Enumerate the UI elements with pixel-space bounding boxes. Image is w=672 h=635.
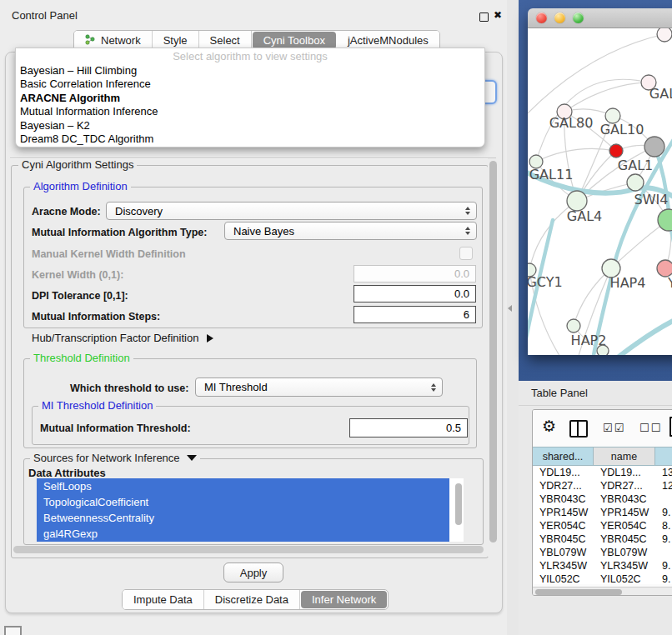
columns-icon[interactable] bbox=[569, 420, 588, 438]
attribute-item[interactable]: gal4RGexp bbox=[37, 526, 449, 542]
table-row[interactable]: YBR043CYBR043C bbox=[533, 492, 672, 506]
mi-threshold-input[interactable]: 0.5 bbox=[349, 418, 468, 438]
stepper-arrows-icon bbox=[465, 227, 470, 235]
column-header[interactable]: name bbox=[594, 447, 655, 466]
settings-vertical-scrollbar[interactable] bbox=[488, 158, 499, 557]
network-window-titlebar[interactable] bbox=[528, 8, 672, 28]
network-view-window[interactable]: GALGAL80GAL10GAL11GAL1SWI4GAL4GCY1HAP4YH… bbox=[528, 8, 672, 354]
network-node-label: Y bbox=[667, 275, 672, 291]
table-cell: 12 bbox=[655, 479, 672, 492]
attribute-item[interactable]: BetweennessCentrality bbox=[37, 510, 449, 526]
tab-infer-network[interactable]: Infer Network bbox=[301, 591, 387, 608]
close-traffic-light-icon[interactable] bbox=[536, 12, 547, 23]
algorithm-definition-title: Algorithm Definition bbox=[30, 181, 131, 192]
table-row[interactable]: YIL052CYIL052C9. bbox=[533, 572, 672, 584]
table-cell: 9. bbox=[655, 572, 672, 584]
mi-threshold-definition-title: MI Threshold Definition bbox=[38, 400, 156, 412]
network-node-green-node[interactable] bbox=[658, 209, 672, 231]
table-cell: YER054C bbox=[594, 519, 655, 532]
dpi-tolerance-input[interactable]: 0.0 bbox=[354, 285, 476, 302]
table-panel-title: Table Panel bbox=[531, 387, 588, 399]
network-node-label: GAL11 bbox=[529, 167, 574, 182]
algorithm-option[interactable]: Bayesian – K2 bbox=[16, 119, 484, 132]
table-cell: YBR045C bbox=[533, 532, 594, 546]
table-cell: YBR043C bbox=[533, 492, 594, 506]
network-node-gray-node[interactable] bbox=[644, 137, 664, 157]
control-panel-window: Control Panel ✖ Network Style Select Cyn… bbox=[0, 0, 507, 620]
hub-definition-toggle[interactable]: Hub/Transcription Factor Definition bbox=[32, 332, 213, 344]
tab-discretize-data[interactable]: Discretize Data bbox=[204, 590, 300, 609]
table-row[interactable]: YBL079WYBL079W bbox=[533, 546, 672, 559]
column-header[interactable]: A bbox=[655, 447, 672, 466]
kernel-width-input[interactable]: 0.0 bbox=[354, 265, 476, 282]
zoom-traffic-light-icon[interactable] bbox=[573, 12, 584, 23]
minimize-traffic-light-icon[interactable] bbox=[554, 12, 565, 23]
apply-button[interactable]: Apply bbox=[223, 562, 283, 582]
network-node-label: GAL80 bbox=[549, 115, 594, 131]
network-node-y-node[interactable] bbox=[657, 260, 672, 277]
algorithm-option[interactable]: Mutual Information Inference bbox=[16, 105, 484, 118]
algorithm-option[interactable]: Bayesian – Hill Climbing bbox=[16, 64, 484, 78]
network-node-label: GCY1 bbox=[528, 274, 563, 290]
network-node-gal1[interactable] bbox=[627, 174, 644, 191]
table-cell: 8. bbox=[655, 519, 672, 532]
algorithm-option[interactable]: Dream8 DC_TDC Algorithm bbox=[16, 132, 484, 146]
table-row[interactable]: YER054CYER054C8. bbox=[533, 519, 672, 532]
table-row[interactable]: YLR345WYLR345W9. bbox=[533, 559, 672, 572]
table-row[interactable]: YBR045CYBR045C9. bbox=[533, 532, 672, 546]
network-node-red-node[interactable] bbox=[609, 144, 623, 158]
gear-icon[interactable]: ⚙ bbox=[542, 417, 556, 435]
network-node-label: GAL bbox=[649, 86, 672, 102]
attribute-item[interactable]: SelfLoops bbox=[37, 478, 449, 494]
network-edge-thick[interactable] bbox=[614, 313, 672, 355]
network-node-node-bottom-partial[interactable] bbox=[597, 345, 609, 355]
table-cell bbox=[655, 492, 672, 506]
manual-kernel-width-checkbox[interactable] bbox=[459, 247, 473, 260]
algorithm-option[interactable]: ARACNE Algorithm bbox=[16, 92, 484, 105]
network-edge[interactable] bbox=[564, 82, 649, 112]
table-cell: YDL19... bbox=[594, 466, 655, 479]
mi-steps-input[interactable]: 6 bbox=[354, 306, 476, 323]
which-threshold-select[interactable]: MI Threshold bbox=[195, 378, 443, 397]
table-row[interactable]: YDR27...YDR27...12 bbox=[533, 479, 672, 492]
hub-definition-label: Hub/Transcription Factor Definition bbox=[32, 332, 198, 344]
network-edge[interactable] bbox=[536, 148, 616, 162]
network-node-node-top-partial[interactable] bbox=[657, 28, 672, 42]
table-cell: 13 bbox=[655, 466, 672, 479]
table-row[interactable]: YPR145WYPR145W9. bbox=[533, 506, 672, 519]
tab-cyni-toolbox[interactable]: Cyni Toolbox bbox=[253, 32, 336, 49]
network-canvas[interactable]: GALGAL80GAL10GAL11GAL1SWI4GAL4GCY1HAP4YH… bbox=[528, 28, 672, 355]
dpi-tolerance-label: DPI Tolerance [0,1]: bbox=[32, 290, 128, 302]
aracne-mode-select[interactable]: Discovery bbox=[106, 202, 477, 220]
algorithm-option[interactable]: Basic Correlation Inference bbox=[16, 78, 484, 91]
minimized-panel-icon[interactable] bbox=[4, 626, 22, 635]
mi-algorithm-type-select[interactable]: Naive Bayes bbox=[224, 222, 477, 240]
divider-collapse-icon[interactable] bbox=[508, 305, 512, 312]
mi-steps-label: Mutual Information Steps: bbox=[32, 311, 160, 322]
sources-group-title[interactable]: Sources for Network Inference bbox=[30, 452, 200, 464]
sources-group-label: Sources for Network Inference bbox=[33, 452, 180, 464]
settings-horizontal-scrollbar[interactable] bbox=[13, 546, 484, 553]
close-icon[interactable]: ✖ bbox=[494, 9, 502, 21]
table-panel-titlebar: Table Panel bbox=[519, 381, 672, 406]
attributes-scrollbar[interactable] bbox=[454, 480, 463, 540]
table-cell: YPR145W bbox=[533, 506, 594, 519]
stepper-arrows-icon bbox=[465, 207, 470, 215]
network-node-hap2[interactable] bbox=[567, 319, 580, 332]
algorithm-dropdown-popup: Select algorithm to view settings Bayesi… bbox=[15, 48, 485, 148]
tab-impute-data[interactable]: Impute Data bbox=[123, 590, 204, 609]
table-horizontal-scrollbar[interactable] bbox=[533, 587, 672, 596]
column-header[interactable]: shared... bbox=[533, 447, 594, 466]
table-row[interactable]: YDL19...YDL19...13 bbox=[533, 466, 672, 479]
panel-divider[interactable] bbox=[507, 0, 519, 635]
attribute-item[interactable]: TopologicalCoefficient bbox=[37, 494, 449, 510]
aracne-mode-value: Discovery bbox=[115, 205, 163, 218]
deselect-all-checkboxes-icon[interactable]: ☐☐ bbox=[639, 422, 662, 434]
select-all-checkboxes-icon[interactable]: ☑☑ bbox=[603, 422, 625, 434]
float-window-icon[interactable] bbox=[479, 12, 489, 22]
table-cell bbox=[655, 546, 672, 559]
table-cell: YBR043C bbox=[594, 492, 655, 506]
table-cell: YER054C bbox=[533, 519, 594, 532]
data-attributes-list[interactable]: SelfLoopsTopologicalCoefficientBetweenne… bbox=[37, 478, 464, 542]
network-node-label: GAL10 bbox=[600, 122, 644, 138]
